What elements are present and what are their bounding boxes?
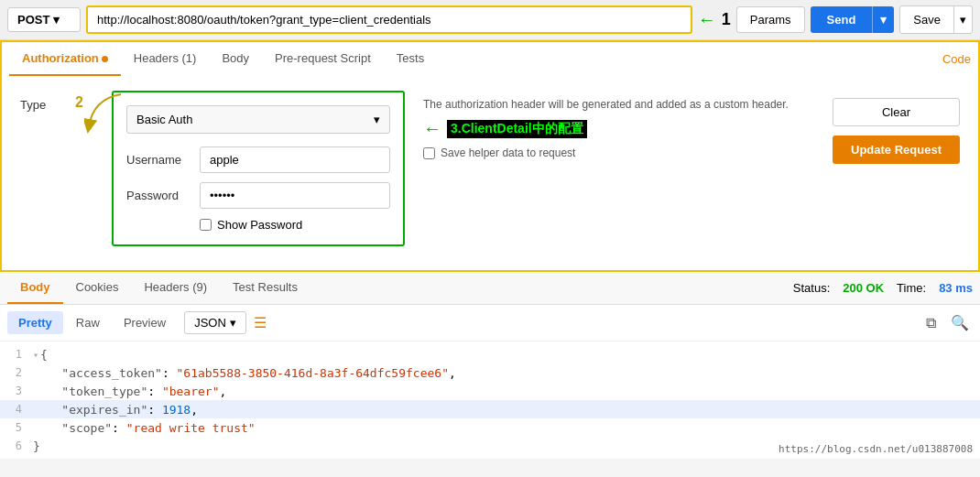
code-line-2: 2 "access_token": "61ab5588-3850-416d-8a… [0,363,980,382]
search-icon[interactable]: 🔍 [947,310,973,335]
annotation3-text: 3.ClientDetail中的配置 [447,120,587,138]
fmt-raw-label: Raw [76,316,100,330]
tab-headers-label: Headers (1) [134,51,197,65]
fmt-tab-pretty[interactable]: Pretty [7,311,63,334]
save-helper-checkbox[interactable] [423,147,435,159]
json-format-label: JSON [194,316,226,330]
tab-headers[interactable]: Headers (1) [121,42,210,76]
resp-test-results-label: Test Results [233,280,298,294]
code-line-5: 5 "scope": "read write trust" [0,418,980,437]
send-label: Send [811,6,873,33]
save-dropdown-icon[interactable]: ▾ [953,6,972,33]
tab-tests[interactable]: Tests [384,42,437,76]
username-input[interactable] [200,146,390,173]
resp-tab-test-results[interactable]: Test Results [220,272,310,304]
line-num-5: 5 [0,421,33,434]
code-line-3: 3 "token_type": "bearer", [0,382,980,400]
tab-prerequest-label: Pre-request Script [275,51,371,65]
auth-type-chevron-icon: ▾ [374,113,380,126]
tab-prerequest[interactable]: Pre-request Script [262,42,384,76]
show-password-row: Show Password [126,218,390,232]
status-label: Status: [793,281,830,295]
time-value: 83 ms [939,281,973,295]
password-input[interactable] [200,182,390,209]
clear-button[interactable]: Clear [833,98,960,126]
fmt-tab-preview[interactable]: Preview [113,311,177,334]
annotation3-container: ← 3.ClientDetail中的配置 [423,118,814,139]
save-label: Save [900,6,953,33]
auth-type-value: Basic Auth [136,113,192,126]
tab-tests-label: Tests [397,51,424,65]
method-chevron-icon: ▾ [53,13,60,27]
top-bar: POST ▾ ← 1 Params Send ▾ Save ▾ [0,0,980,40]
username-label: Username [126,153,200,167]
save-button[interactable]: Save ▾ [899,5,973,34]
auth-info-text: The authorization header will be generat… [423,98,814,111]
tab-authorization[interactable]: Authorization [9,42,121,76]
save-helper-label: Save helper data to request [441,146,575,159]
resp-tab-headers[interactable]: Headers (9) [131,272,220,304]
time-label: Time: [897,281,926,295]
show-password-checkbox[interactable] [200,219,212,231]
annotation3-arrow-icon: ← [423,118,441,139]
line-content-3: "token_type": "bearer", [33,385,980,398]
auth-section: 2 Type Basic Auth ▾ Username Password [0,76,980,272]
resp-tab-cookies[interactable]: Cookies [63,272,132,304]
send-button[interactable]: Send ▾ [811,6,895,33]
format-bar: Pretty Raw Preview JSON ▾ ☰ ⧉ 🔍 [0,305,980,341]
collapse-icon-1[interactable]: ▾ [33,350,38,360]
resp-headers-label: Headers (9) [144,280,207,294]
url-input[interactable] [86,5,692,34]
fmt-pretty-label: Pretty [18,316,52,330]
authorization-dot [102,56,108,62]
password-row: Password [126,182,390,209]
watermark: https://blog.csdn.net/u013887008 [779,443,973,455]
line-num-4: 4 [0,403,33,416]
save-helper-row: Save helper data to request [423,146,814,159]
line-content-4: "expires_in": 1918, [33,403,980,417]
line-num-3: 3 [0,385,33,397]
method-label: POST [17,13,49,27]
step1-label: 1 [722,10,731,29]
line-num-2: 2 [0,366,33,379]
update-request-button[interactable]: Update Request [833,136,960,164]
line-num-1: 1 [0,348,33,361]
line-content-2: "access_token": "61ab5588-3850-416d-8a3f… [33,366,980,380]
response-tabs-bar: Body Cookies Headers (9) Test Results St… [0,272,980,305]
type-label: Type [20,91,93,112]
tab-body-label: Body [222,51,249,65]
fmt-tab-raw[interactable]: Raw [65,311,111,334]
format-actions: ⧉ 🔍 [922,310,973,335]
url-arrow-icon: ← [698,9,716,30]
code-line-4: 4 "expires_in": 1918, [0,400,980,418]
line-content-5: "scope": "read write trust" [33,421,980,435]
wrap-icon[interactable]: ☰ [254,314,267,331]
auth-actions: Clear Update Request [833,91,960,164]
code-line-1: 1 ▾ { [0,345,980,363]
params-button[interactable]: Params [736,6,805,33]
resp-tab-body[interactable]: Body [7,272,63,304]
fmt-preview-label: Preview [124,316,166,330]
tab-body[interactable]: Body [209,42,262,76]
line-num-6: 6 [0,439,33,452]
code-link[interactable]: Code [942,52,971,66]
status-info: Status: 200 OK Time: 83 ms [793,281,973,295]
auth-type-row: Type Basic Auth ▾ Username Password Show… [20,91,960,246]
json-format-select[interactable]: JSON ▾ [184,311,246,334]
resp-body-label: Body [20,280,50,294]
code-area: 1 ▾ { 2 "access_token": "61ab5588-3850-4… [0,341,980,459]
username-row: Username [126,146,390,173]
status-value: 200 OK [843,281,884,295]
auth-content-box: Basic Auth ▾ Username Password Show Pass… [112,91,405,246]
json-chevron-icon: ▾ [230,316,236,330]
method-select[interactable]: POST ▾ [7,7,81,32]
line-content-1: { [40,348,980,362]
tab-authorization-label: Authorization [22,51,99,65]
copy-icon[interactable]: ⧉ [922,311,940,335]
auth-type-select[interactable]: Basic Auth ▾ [126,105,390,134]
auth-info: The authorization header will be generat… [423,91,814,159]
show-password-label: Show Password [217,218,302,232]
resp-cookies-label: Cookies [76,280,119,294]
request-tabs: Authorization Headers (1) Body Pre-reque… [0,40,980,76]
send-dropdown-icon[interactable]: ▾ [872,6,894,33]
